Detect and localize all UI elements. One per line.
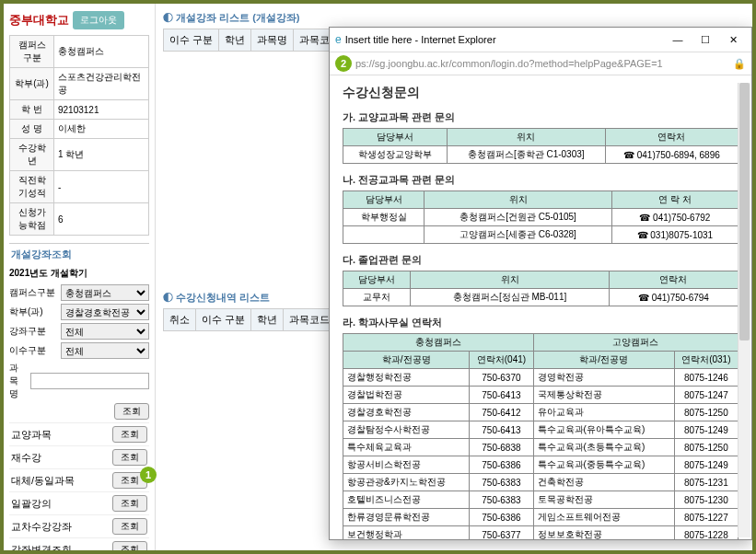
menu-item[interactable]: 대체/동일과목조회 [9,468,149,491]
logout-button[interactable]: 로그아웃 [73,11,124,29]
user-info-table: 캠퍼스구분충청캠퍼스 학부(과)스포츠건강관리학전공 학 번92103121 성… [9,35,149,236]
help-popup-window: e Insert title here - Internet Explorer … [329,27,752,540]
menu-item[interactable]: 일괄강의조회 [9,491,149,514]
section-c-title: 다. 졸업관련 문의 [343,253,739,267]
app-logo: 중부대학교 [9,12,69,29]
minimize-button[interactable]: — [665,31,691,48]
term-label: 2021년도 개설학기 [9,265,149,282]
view-button[interactable]: 조회 [112,541,147,554]
popup-title: Insert title here - Internet Explorer [345,34,496,45]
section-a-title: 가. 교양교과목 관련 문의 [343,110,739,124]
step-1-badge: 1 [140,467,157,483]
panel-title-courses: 개설강좌 리스트 (개설강좌) [163,11,745,25]
campus-select[interactable]: 충청캠퍼스 [61,284,149,301]
popup-scrollbar[interactable] [738,83,750,537]
view-button[interactable]: 조회 [112,449,147,466]
menu-item[interactable]: 재수강조회 [9,445,149,468]
close-button[interactable]: ✕ [720,31,746,48]
menu-item[interactable]: 강좌변경조회조회 [9,537,149,554]
step-2-badge: 2 [335,55,352,72]
section-d-title: 라. 학과사무실 연락처 [343,316,739,329]
maximize-button[interactable]: ☐ [692,31,718,48]
popup-heading: 수강신청문의 [343,85,739,101]
dept-select[interactable]: 경찰경호학전공 [61,304,149,320]
isu-select[interactable]: 전체 [61,342,149,359]
menu-item[interactable]: 교양과목조회 [9,422,149,445]
view-button[interactable]: 조회 [112,426,147,443]
type-select[interactable]: 전체 [61,323,149,340]
menu-item[interactable]: 교차수강강좌조회 [9,514,149,537]
view-button[interactable]: 조회 [112,495,147,512]
ie-icon: e [335,33,342,46]
url-text: ps://sg.joongbu.ac.kr/common/login.do?me… [355,58,663,69]
section-b-title: 나. 전공교과목 관련 문의 [343,173,739,187]
view-button[interactable]: 조회 [112,518,147,535]
search-section-title: 개설강좌조회 [9,243,149,265]
search-button[interactable]: 조회 [114,403,149,420]
lock-icon: 🔒 [733,58,746,70]
subject-input[interactable] [30,373,149,389]
